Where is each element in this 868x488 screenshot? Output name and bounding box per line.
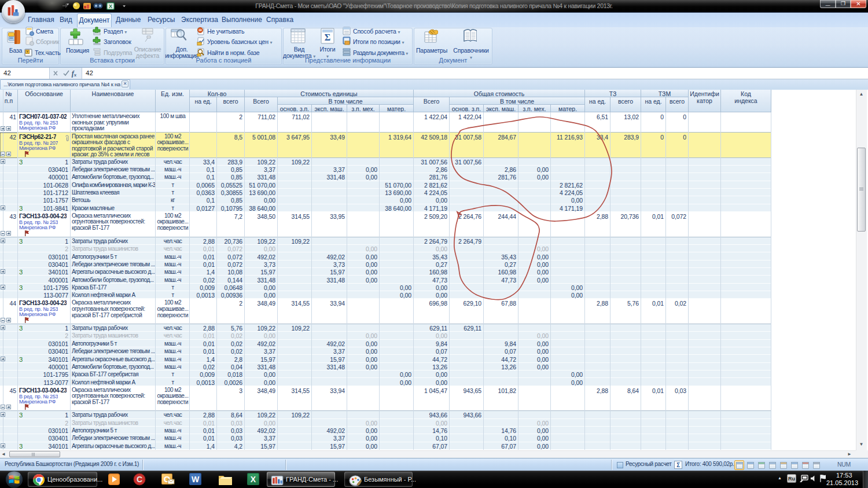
- svg-text:X: X: [109, 3, 112, 9]
- svg-text:fx: fx: [72, 69, 77, 78]
- svg-text:Σ: Σ: [325, 32, 330, 42]
- svg-text:W: W: [192, 475, 200, 484]
- svg-text:X: X: [251, 475, 256, 484]
- svg-text:C: C: [137, 475, 142, 484]
